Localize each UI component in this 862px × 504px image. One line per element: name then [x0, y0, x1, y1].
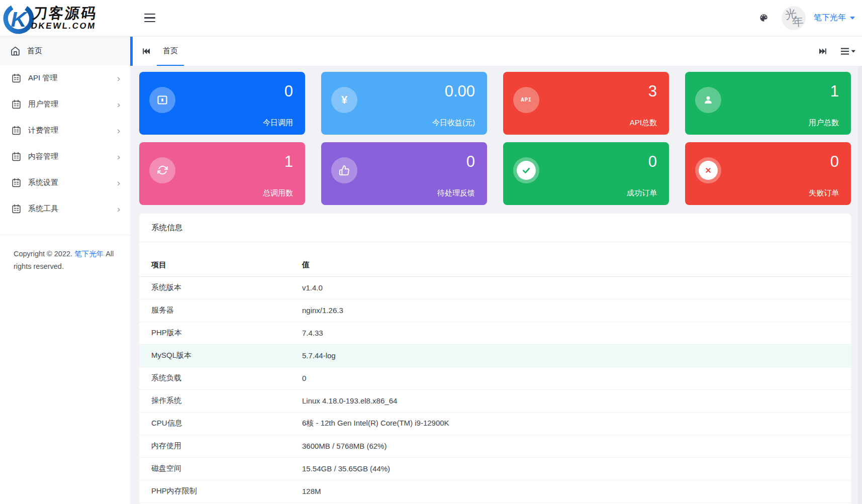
chevron-right-icon: › [117, 152, 120, 161]
table-row: PHP内存限制 128M [139, 480, 851, 502]
stat-value: 1 [809, 82, 839, 102]
sidebar-item-user-management[interactable]: 用户管理 › [0, 91, 130, 117]
stat-cards: 0 今日调用 ¥ 0.00 今日收益(元) API 3 API总数 1 用户总数 [139, 72, 851, 205]
column-header: 值 [290, 254, 851, 276]
stat-value: 1 [263, 152, 293, 172]
row-label: 操作系统 [139, 389, 290, 412]
stat-value: 0.00 [432, 82, 475, 102]
sidebar-item-content-management[interactable]: 内容管理 › [0, 143, 130, 169]
column-header: 项目 [139, 254, 290, 276]
skip-back-icon[interactable] [142, 48, 150, 55]
sidebar-item-billing-management[interactable]: 计费管理 › [0, 117, 130, 143]
sidebar-item-label: 用户管理 [28, 99, 58, 109]
sidebar-item-label: 系统设置 [28, 178, 58, 187]
thumbs-up-icon [331, 157, 357, 183]
stat-label: 待处理反馈 [437, 188, 475, 198]
user-menu[interactable]: 笔下光年 [814, 13, 855, 23]
stat-card-api-total: API 3 API总数 [503, 72, 669, 135]
stat-card-total-calls: 1 总调用数 [139, 142, 305, 205]
row-value: 6核 - 12th Gen Intel(R) Core(TM) i9-12900… [290, 412, 851, 435]
sync-icon [149, 157, 175, 183]
stat-label: 总调用数 [263, 188, 293, 198]
sidebar-item-label: 计费管理 [28, 126, 58, 135]
row-value: 5.7.44-log [290, 344, 851, 367]
table-row: CPU信息 6核 - 12th Gen Intel(R) Core(TM) i9… [139, 412, 851, 435]
stat-label: 用户总数 [809, 118, 839, 128]
svg-text:K: K [11, 7, 28, 31]
hamburger-icon[interactable] [144, 14, 155, 23]
row-label: PHP内存限制 [139, 480, 290, 502]
stat-label: 成功订单 [627, 188, 657, 198]
skip-forward-icon[interactable] [819, 48, 827, 55]
row-value: v1.4.0 [290, 276, 851, 299]
stat-card-today-calls: 0 今日调用 [139, 72, 305, 135]
api-icon: API [513, 87, 539, 113]
sidebar-item-label: 首页 [27, 46, 42, 56]
table-row: MySQL版本 5.7.44-log [139, 344, 851, 367]
row-label: MySQL版本 [139, 344, 290, 367]
calendar-icon [11, 204, 22, 214]
row-value: nginx/1.26.3 [290, 299, 851, 322]
calendar-icon [11, 73, 22, 83]
table-row: 服务器 nginx/1.26.3 [139, 299, 851, 322]
stat-card-success-orders: 0 成功订单 [503, 142, 669, 205]
sidebar-menu: API 管理 › 用户管理 › 计费管理 › 内容管理 › 系统设置 › 系统工… [0, 65, 130, 222]
row-label: PHP版本 [139, 322, 290, 344]
chevron-right-icon: › [117, 178, 120, 187]
palette-icon[interactable] [759, 13, 769, 23]
username: 笔下光年 [814, 13, 846, 23]
avatar[interactable]: 光 年 [782, 6, 806, 30]
chevron-right-icon: › [117, 126, 120, 135]
table-row: 系统版本 v1.4.0 [139, 276, 851, 299]
chevron-right-icon: › [117, 73, 120, 83]
yen-icon: ¥ [331, 87, 357, 113]
row-label: 内存使用 [139, 435, 290, 457]
sidebar-item-api-management[interactable]: API 管理 › [0, 65, 130, 91]
copyright: Copyright © 2022. 笔下光年 All rights reserv… [0, 235, 130, 273]
stat-label: 今日收益(元) [432, 118, 475, 128]
system-info-panel: 系统信息 项目值 系统版本 v1.4.0 服务器 nginx/1.26.3 PH… [139, 214, 851, 504]
row-value: 128M [290, 480, 851, 502]
tab-home[interactable]: 首页 [157, 37, 184, 66]
stat-value: 3 [630, 82, 657, 102]
row-label: 服务器 [139, 299, 290, 322]
sidebar-item-label: API 管理 [28, 73, 57, 83]
chevron-right-icon: › [117, 99, 120, 109]
home-icon [10, 46, 21, 56]
tab-menu-icon[interactable] [841, 47, 856, 55]
topbar-right: 光 年 笔下光年 [759, 6, 862, 30]
stat-card-today-revenue: ¥ 0.00 今日收益(元) [321, 72, 487, 135]
app-logo: K 刀客源码 DKEWL.COM [0, 0, 130, 36]
scrollbar[interactable] [858, 66, 862, 504]
panel-title: 系统信息 [139, 214, 851, 242]
sidebar-item-system-tools[interactable]: 系统工具 › [0, 195, 130, 222]
stat-label: 今日调用 [263, 118, 293, 128]
calendar-icon [11, 151, 22, 162]
logo-title: 刀客源码 [32, 6, 99, 21]
row-value: 15.54GB / 35.65GB (44%) [290, 457, 851, 480]
stat-value: 0 [263, 82, 293, 102]
row-label: 系统负载 [139, 367, 290, 389]
logo-domain: DKEWL.COM [30, 21, 97, 31]
sidebar-item-label: 系统工具 [28, 204, 58, 214]
sidebar-item-label: 内容管理 [28, 152, 58, 161]
copyright-link[interactable]: 笔下光年 [74, 250, 104, 258]
sidebar: 首页 API 管理 › 用户管理 › 计费管理 › 内容管理 › 系统设置 › [0, 37, 130, 504]
calendar-icon [11, 177, 22, 188]
row-label: 磁盘空间 [139, 457, 290, 480]
row-value: 7.4.33 [290, 322, 851, 344]
row-label: 系统版本 [139, 276, 290, 299]
stat-value: 0 [809, 152, 839, 172]
stat-value: 0 [437, 152, 475, 172]
table-row: 内存使用 3600MB / 5768MB (62%) [139, 435, 851, 457]
tabstrip: 首页 [130, 37, 862, 66]
bracket-card-icon [149, 87, 175, 113]
stat-label: 失败订单 [809, 188, 839, 198]
chevron-right-icon: › [117, 204, 120, 214]
chevron-down-icon [850, 17, 855, 20]
sidebar-item-home[interactable]: 首页 [0, 37, 130, 65]
table-row: PHP版本 7.4.33 [139, 322, 851, 344]
stat-card-user-total: 1 用户总数 [685, 72, 851, 135]
sidebar-item-system-settings[interactable]: 系统设置 › [0, 169, 130, 195]
stat-label: API总数 [630, 118, 657, 128]
